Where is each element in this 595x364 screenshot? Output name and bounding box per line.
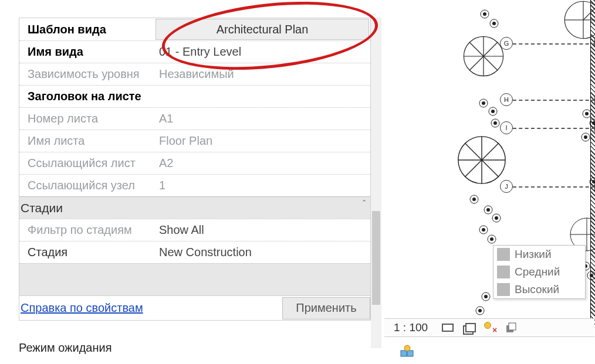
value-phase[interactable]: New Construction (154, 246, 370, 259)
shrub-icon (492, 212, 501, 222)
svg-rect-71 (401, 351, 407, 356)
view-control-bar: 1 : 100 × (384, 318, 594, 337)
svg-point-54 (478, 309, 482, 312)
svg-point-56 (585, 112, 589, 115)
svg-point-34 (482, 101, 485, 105)
label-ref-detail: Ссылающийся узел (19, 179, 154, 192)
svg-rect-70 (509, 323, 516, 330)
shrub-icon (589, 117, 595, 127)
view-template-button[interactable]: Architectural Plan (155, 19, 369, 40)
svg-point-36 (491, 110, 495, 113)
shrub-icon (487, 233, 496, 243)
shrub-icon (479, 97, 488, 107)
shrub-icon (582, 108, 591, 117)
tree-icon (563, 0, 595, 40)
shrub-icon (488, 106, 498, 115)
status-bar: Режим ожидания (19, 341, 112, 355)
row-dependency: Зависимость уровня Независимый (19, 63, 370, 85)
svg-point-73 (404, 345, 410, 351)
tree-icon (457, 135, 507, 185)
svg-point-62 (592, 180, 595, 183)
row-sheet-number: Номер листа A1 (19, 107, 370, 130)
grid-line (513, 128, 595, 129)
properties-panel: Шаблон вида Architectural Plan Имя вида … (19, 18, 371, 321)
shrub-icon (480, 8, 489, 18)
label-view-template: Шаблон вида (19, 23, 154, 36)
row-ref-sheet: Ссылающийся лист A2 (19, 152, 370, 174)
shrub-icon (481, 291, 491, 300)
svg-line-13 (482, 160, 499, 177)
shrub-icon (587, 270, 595, 279)
grid-bubble[interactable]: I (500, 121, 513, 134)
shrub-icon (491, 117, 500, 127)
svg-point-42 (486, 208, 490, 212)
svg-line-4 (484, 56, 498, 70)
properties-footer: Справка по свойствам Применить (19, 295, 370, 320)
svg-point-44 (495, 216, 498, 220)
label-title-on-sheet: Заголовок на листе (19, 90, 154, 103)
view-scale[interactable]: 1 : 100 (384, 321, 437, 334)
label-phase: Стадия (19, 246, 154, 259)
detail-level-icon[interactable] (440, 319, 456, 336)
svg-line-17 (465, 143, 482, 160)
row-phase: Стадия New Construction (19, 241, 370, 263)
svg-line-2 (484, 42, 498, 56)
grid-bubble[interactable]: J (500, 180, 513, 193)
label-sheet-name: Имя листа (19, 134, 154, 148)
properties-scrollbar[interactable] (371, 18, 381, 348)
svg-point-48 (490, 237, 493, 241)
svg-rect-72 (407, 351, 413, 356)
svg-point-66 (590, 274, 593, 277)
row-view-name: Имя вида 01 - Entry Level (19, 40, 370, 63)
properties-spacer (19, 263, 370, 295)
svg-point-30 (483, 12, 486, 16)
detail-level-fine[interactable]: Высокий (493, 281, 585, 298)
swatch-icon (497, 283, 510, 296)
detail-level-medium[interactable]: Средний (493, 263, 585, 281)
grid-bubble[interactable]: G (500, 37, 513, 50)
collapse-icon: ⌃ (361, 199, 367, 206)
shrub-icon (475, 305, 485, 314)
label-phase-filter: Фильтр по стадиям (19, 223, 154, 237)
tree-icon (462, 35, 505, 77)
svg-point-38 (493, 121, 497, 125)
grid-line (513, 186, 595, 188)
svg-point-58 (592, 121, 595, 125)
value-ref-sheet: A2 (154, 157, 370, 170)
svg-line-11 (482, 143, 499, 160)
value-sheet-name: Floor Plan (154, 134, 370, 148)
svg-point-46 (482, 228, 485, 232)
svg-line-8 (469, 42, 484, 56)
scrollbar-thumb[interactable] (372, 211, 380, 305)
svg-point-52 (484, 295, 488, 298)
value-ref-detail: 1 (154, 179, 370, 192)
label-sheet-number: Номер листа (19, 112, 154, 125)
detail-level-coarse[interactable]: Низкий (493, 246, 585, 263)
sun-path-off-icon[interactable]: × (482, 319, 498, 336)
shrub-icon (469, 193, 479, 203)
row-ref-detail: Ссылающийся узел 1 (19, 174, 370, 196)
row-title-on-sheet: Заголовок на листе (19, 85, 370, 107)
value-view-name[interactable]: 01 - Entry Level (154, 45, 370, 59)
svg-point-60 (584, 135, 587, 139)
svg-line-6 (469, 56, 484, 70)
swatch-icon (497, 266, 510, 278)
shrub-icon (589, 176, 595, 185)
row-sheet-name: Имя листа Floor Plan (19, 130, 370, 152)
grid-line (513, 43, 595, 45)
grid-bubble[interactable]: H (500, 93, 513, 106)
group-header-phasing[interactable]: Стадии ⌃ (19, 196, 370, 219)
apply-button[interactable]: Применить (282, 297, 370, 319)
row-phase-filter: Фильтр по стадиям Show All (19, 219, 370, 241)
worksharing-icon[interactable] (399, 343, 415, 359)
svg-point-32 (492, 22, 496, 25)
opt-label: Высокий (515, 283, 559, 296)
value-sheet-number: A1 (154, 112, 370, 125)
visual-style-icon[interactable] (461, 319, 477, 336)
value-phase-filter[interactable]: Show All (154, 223, 370, 237)
properties-help-link[interactable]: Справка по свойствам (19, 301, 143, 315)
swatch-icon (497, 248, 510, 261)
svg-line-23 (583, 6, 595, 20)
group-header-phasing-label: Стадии (21, 201, 63, 215)
shadows-icon[interactable] (503, 319, 519, 336)
